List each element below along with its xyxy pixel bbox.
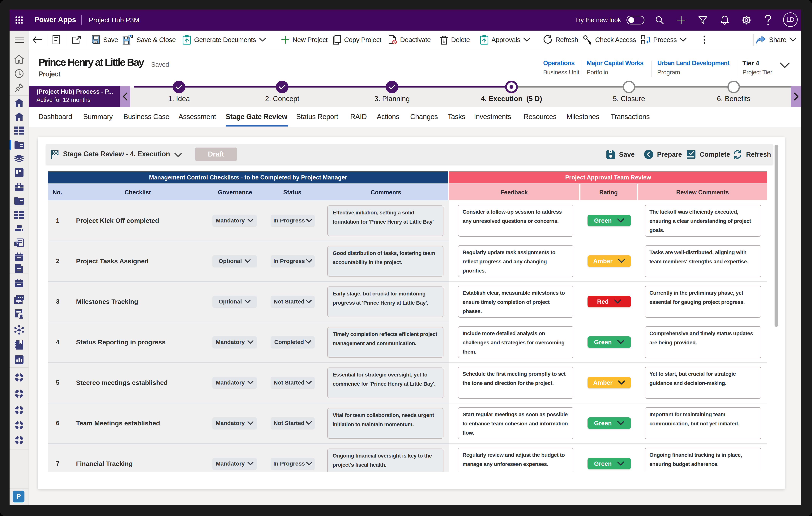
svg-text:P: P (16, 242, 18, 246)
